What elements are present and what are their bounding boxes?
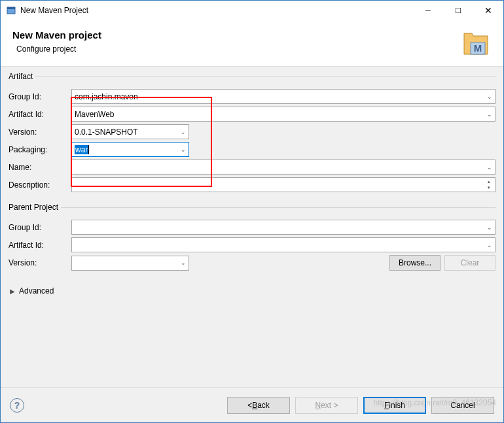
artifact-group: Artifact Group Id: com.jachin.maven ⌄ Ar…: [9, 72, 495, 199]
chevron-down-icon: ⌄: [487, 242, 492, 248]
help-icon[interactable]: ?: [10, 398, 24, 413]
parent-version-label: Version:: [9, 258, 71, 267]
advanced-toggle[interactable]: ▶ Advanced: [9, 281, 495, 301]
clear-button[interactable]: Clear: [444, 255, 495, 271]
parent-group-id-field[interactable]: ⌄: [71, 220, 495, 235]
maven-logo-icon: M: [460, 29, 492, 58]
name-label: Name:: [9, 163, 71, 172]
description-label: Description:: [9, 180, 71, 190]
parent-version-field[interactable]: ⌄: [71, 256, 189, 271]
svg-text:M: M: [474, 42, 482, 54]
description-field[interactable]: ▴▾: [71, 177, 495, 192]
spinner-icon: ▴▾: [484, 178, 494, 191]
page-title: New Maven project: [12, 29, 460, 41]
app-icon: [6, 5, 16, 16]
group-id-value: com.jachin.maven: [75, 92, 138, 101]
parent-project-group: Parent Project Group Id: ⌄ Artifact Id: …: [9, 203, 495, 277]
packaging-field[interactable]: war ⌄: [71, 142, 189, 157]
chevron-down-icon: ⌄: [487, 111, 492, 118]
chevron-down-icon: ⌄: [181, 129, 186, 135]
triangle-right-icon: ▶: [10, 288, 15, 295]
svg-rect-1: [7, 7, 15, 9]
chevron-down-icon: ⌄: [181, 260, 186, 266]
wizard-header: New Maven project Configure project M: [1, 20, 503, 67]
chevron-down-icon: ⌄: [181, 146, 186, 153]
chevron-down-icon: ⌄: [487, 93, 492, 100]
cancel-button[interactable]: Cancel: [431, 397, 494, 414]
advanced-label: Advanced: [19, 286, 54, 296]
artifact-id-value: MavenWeb: [75, 110, 114, 119]
wizard-footer: ? < Back Next > Finish Cancel: [1, 387, 503, 422]
name-field[interactable]: ⌄: [71, 160, 495, 175]
group-id-label: Group Id:: [9, 92, 71, 101]
group-id-field[interactable]: com.jachin.maven ⌄: [71, 89, 495, 104]
browse-button[interactable]: Browse...: [389, 255, 441, 271]
parent-artifact-id-field[interactable]: ⌄: [71, 237, 495, 252]
titlebar: New Maven Project ─ ☐ ✕: [1, 1, 503, 20]
packaging-label: Packaging:: [9, 145, 71, 154]
parent-artifact-id-label: Artifact Id:: [9, 241, 71, 250]
wizard-content: Artifact Group Id: com.jachin.maven ⌄ Ar…: [1, 67, 503, 387]
artifact-id-field[interactable]: MavenWeb ⌄: [71, 107, 495, 122]
packaging-value: war: [75, 145, 88, 154]
wizard-window: New Maven Project ─ ☐ ✕ New Maven projec…: [0, 0, 504, 423]
close-button[interactable]: ✕: [473, 1, 503, 20]
version-label: Version:: [9, 127, 71, 137]
back-button[interactable]: < Back: [227, 397, 290, 414]
chevron-down-icon: ⌄: [487, 164, 492, 171]
page-subtitle: Configure project: [12, 44, 460, 54]
version-value: 0.0.1-SNAPSHOT: [75, 127, 138, 137]
artifact-id-label: Artifact Id:: [9, 110, 71, 119]
parent-legend: Parent Project: [9, 203, 61, 212]
minimize-button[interactable]: ─: [413, 1, 443, 20]
maximize-button[interactable]: ☐: [443, 1, 473, 20]
window-title: New Maven Project: [20, 6, 88, 15]
parent-group-id-label: Group Id:: [9, 223, 71, 232]
chevron-down-icon: ⌄: [487, 224, 492, 231]
finish-button[interactable]: Finish: [363, 397, 426, 414]
artifact-legend: Artifact: [9, 72, 35, 81]
next-button[interactable]: Next >: [295, 397, 358, 414]
version-field[interactable]: 0.0.1-SNAPSHOT ⌄: [71, 124, 189, 139]
